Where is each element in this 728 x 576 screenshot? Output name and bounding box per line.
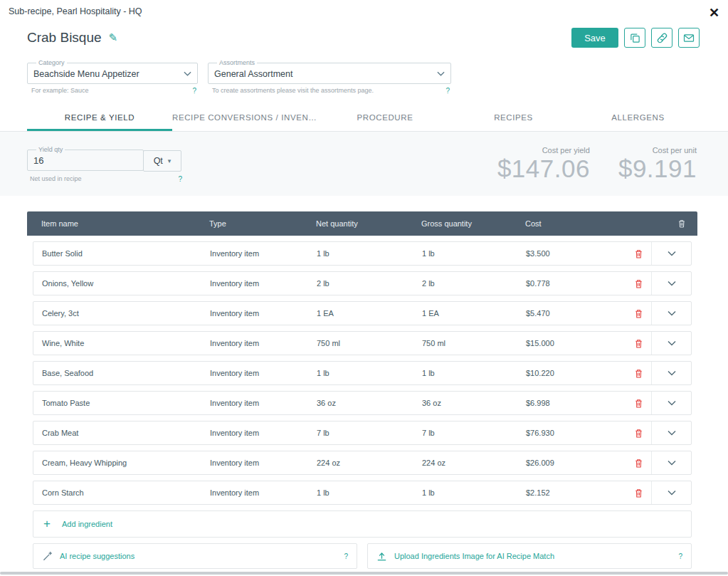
expand-ingredient-button[interactable] [651, 302, 691, 325]
ingredient-type: Inventory item [210, 309, 317, 318]
ingredient-net-quantity: 224 oz [317, 459, 422, 467]
action-buttons: Save [571, 28, 700, 48]
email-button[interactable] [678, 28, 700, 48]
delete-ingredient-button[interactable] [626, 278, 651, 289]
tab-recipe-yield[interactable]: RECIPE & YIELD [27, 104, 172, 131]
category-helper: For example: Sauce [31, 87, 89, 95]
cost-summary: Cost per yield $147.06 Cost per unit $9.… [497, 146, 697, 183]
category-field: Category Beachside Menu Appetizer [27, 59, 198, 84]
yield-qty-input[interactable] [33, 153, 119, 168]
ingredient-net-quantity: 1 lb [317, 369, 422, 377]
ai-suggestions-help-icon[interactable]: ? [344, 553, 348, 560]
ingredient-net-quantity: 36 oz [317, 399, 422, 407]
header-cost: Cost [525, 219, 625, 228]
ingredient-name: Butter Solid [42, 249, 210, 258]
ingredient-gross-quantity: 1 EA [422, 309, 526, 318]
header-net-quantity: Net quantity [316, 219, 421, 228]
ingredient-name: Base, Seafood [42, 369, 210, 377]
chevron-down-icon [668, 281, 676, 286]
expand-ingredient-button[interactable] [651, 272, 691, 295]
delete-ingredient-button[interactable] [626, 428, 651, 439]
ingredient-row: Onions, Yellow Inventory item 2 lb 2 lb … [33, 271, 692, 295]
add-ingredient-label: Add ingredient [62, 520, 112, 528]
link-button[interactable] [651, 28, 672, 48]
close-icon[interactable]: ✕ [709, 6, 719, 19]
expand-ingredient-button[interactable] [651, 481, 691, 504]
ingredient-type: Inventory item [210, 369, 317, 377]
recipe-header-row: Crab Bisque ✎ Save [0, 19, 728, 48]
delete-ingredient-button[interactable] [626, 458, 651, 468]
expand-ingredient-button[interactable] [651, 362, 691, 384]
delete-ingredient-button[interactable] [626, 308, 651, 319]
ai-suggestions-card: AI recipe suggestions ? [33, 543, 357, 569]
yield-qty-label: Yield qty [36, 146, 65, 153]
cost-per-yield-label: Cost per yield [497, 146, 590, 155]
link-icon [657, 33, 668, 43]
yield-qty-field: Yield qty [27, 146, 144, 171]
ingredient-type: Inventory item [210, 279, 317, 288]
chevron-down-icon [668, 370, 676, 376]
delete-ingredient-button[interactable] [626, 488, 651, 498]
assortments-help-icon[interactable]: ? [445, 87, 450, 95]
chevron-down-icon [668, 490, 676, 496]
expand-ingredient-button[interactable] [651, 332, 691, 355]
category-select[interactable]: Beachside Menu Appetizer [33, 66, 191, 81]
duplicate-button[interactable] [624, 28, 645, 48]
ingredient-gross-quantity: 1 lb [422, 249, 526, 258]
horizontal-scrollbar[interactable] [0, 572, 728, 575]
tab-recipes[interactable]: RECIPES [452, 104, 575, 131]
ingredient-net-quantity: 7 lb [317, 429, 422, 437]
ingredient-cost: $10.220 [526, 369, 626, 377]
ingredient-row: Corn Starch Inventory item 1 lb 1 lb $2.… [33, 481, 692, 505]
trash-icon [634, 428, 643, 439]
ingredient-name: Tomato Paste [42, 399, 210, 407]
ingredient-cost: $3.500 [526, 249, 626, 258]
trash-icon [634, 278, 643, 289]
upload-image-link[interactable]: Upload Ingredients Image for AI Recipe M… [394, 552, 554, 560]
delete-all-button[interactable] [625, 219, 686, 229]
ingredient-cost: $0.778 [526, 279, 626, 288]
trash-icon [634, 458, 643, 468]
ingredient-row: Celery, 3ct Inventory item 1 EA 1 EA $5.… [33, 301, 692, 325]
ingredient-net-quantity: 750 ml [317, 339, 422, 347]
yield-unit-select[interactable]: Qt ▾ [143, 150, 181, 172]
ingredient-type: Inventory item [210, 249, 317, 258]
cost-per-unit-label: Cost per unit [618, 146, 697, 155]
delete-ingredient-button[interactable] [626, 248, 651, 259]
category-help-icon[interactable]: ? [192, 87, 196, 95]
recipe-name: Crab Bisque [27, 30, 102, 46]
ingredient-row: Cream, Heavy Whipping Inventory item 224… [33, 451, 692, 475]
delete-ingredient-button[interactable] [626, 368, 651, 379]
tab-procedure[interactable]: PROCEDURE [318, 104, 452, 131]
assortments-select[interactable]: General Assortment [214, 66, 445, 81]
ingredient-row: Butter Solid Inventory item 1 lb 1 lb $3… [33, 241, 692, 266]
save-button[interactable]: Save [571, 28, 618, 48]
ingredient-net-quantity: 1 EA [317, 309, 422, 318]
assortments-field: Assortments General Assortment [208, 59, 451, 84]
tab-allergens[interactable]: ALLERGENS [575, 104, 701, 131]
upload-image-help-icon[interactable]: ? [678, 553, 682, 560]
ingredient-type: Inventory item [210, 429, 317, 437]
cost-per-yield-value: $147.06 [497, 155, 590, 183]
ai-tools-row: AI recipe suggestions ? Upload Ingredien… [33, 543, 692, 569]
ingredient-cost: $6.998 [526, 399, 626, 407]
upload-image-card: Upload Ingredients Image for AI Recipe M… [367, 543, 692, 569]
delete-ingredient-button[interactable] [626, 398, 651, 409]
yield-help-icon[interactable]: ? [178, 175, 182, 183]
duplicate-icon [630, 33, 640, 43]
delete-ingredient-button[interactable] [626, 338, 651, 349]
ingredient-row: Wine, White Inventory item 750 ml 750 ml… [33, 331, 692, 355]
add-ingredient-button[interactable]: + Add ingredient [33, 510, 692, 538]
expand-ingredient-button[interactable] [651, 242, 691, 265]
ingredient-type: Inventory item [210, 459, 317, 467]
tab-recipe-conversions[interactable]: RECIPE CONVERSIONS / INVENTO... [172, 104, 318, 131]
ingredient-rows: Butter Solid Inventory item 1 lb 1 lb $3… [0, 241, 728, 505]
modal-top-bar: Sub-recipe, Pearl Hospitality - HQ ✕ [0, 0, 728, 19]
expand-ingredient-button[interactable] [651, 421, 691, 444]
expand-ingredient-button[interactable] [651, 392, 691, 414]
ingredient-gross-quantity: 2 lb [422, 279, 526, 288]
edit-name-icon[interactable]: ✎ [109, 31, 118, 44]
chevron-down-icon [668, 340, 676, 346]
expand-ingredient-button[interactable] [651, 451, 691, 474]
ai-suggestions-link[interactable]: AI recipe suggestions [60, 552, 134, 560]
